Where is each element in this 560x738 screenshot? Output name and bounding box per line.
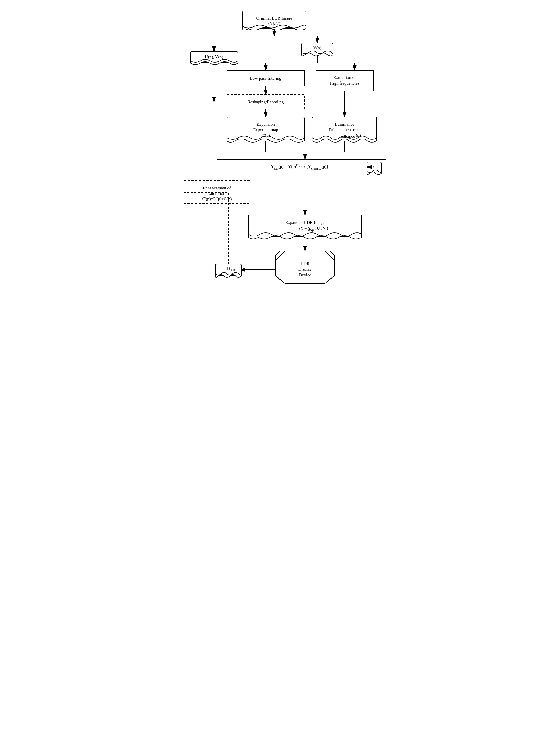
original-ldr-text: Original LDR Image: [256, 16, 292, 20]
hdr-display-node: HDR Display Device: [275, 251, 335, 284]
luminance-enh-text1: Luminance: [335, 122, 354, 126]
low-pass-node: Low pass filtering: [227, 70, 305, 86]
yp-text: Y(p): [313, 46, 321, 50]
original-ldr-yuv-text: (YUV): [268, 21, 281, 26]
reshaping-text: Reshaping/Rescaling: [247, 99, 284, 104]
dmax-subscript: max: [228, 268, 236, 272]
luminance-enh-text2: Enhancement map: [329, 127, 360, 132]
flowchart-container: Original LDR Image (YUV) U(p), V(p) Y(p)…: [171, 6, 389, 287]
enh-sat-text2: saturation: [208, 191, 225, 196]
reshaping-node: Reshaping/Rescaling: [227, 95, 305, 109]
expansion-exp-text1: Expansion: [256, 122, 275, 126]
yp-node: Y(p): [302, 43, 333, 56]
low-pass-text: Low pass filtering: [250, 76, 282, 81]
expansion-exp-text2: Exponent map: [253, 127, 278, 132]
c-label-text: c: [373, 164, 375, 169]
enh-sat-text3: C'(p)=E'(p)xC(p): [202, 197, 231, 202]
hdr-display-text1: HDR: [301, 261, 310, 266]
expanded-hdr-text1: Expanded HDR Image: [286, 220, 325, 225]
extraction-hf-node: Extraction of High frequencies: [316, 70, 373, 91]
dmax-node: D max: [215, 264, 241, 278]
luminance-enh-node: Luminance Enhancement map Y enhance (p): [312, 117, 377, 142]
uvp-text: U(p), V(p): [205, 54, 223, 59]
expanded-hdr-text3: , U', V'): [315, 226, 328, 231]
original-ldr-node: Original LDR Image (YUV): [243, 11, 306, 30]
hdr-display-text3: Device: [299, 273, 311, 277]
hdr-display-text2: Display: [299, 267, 312, 272]
formula-node: Yexp(p) = Y(p)E'(p) x [Yenhance(p)]c: [217, 159, 386, 175]
luminance-enh-paren: (p): [356, 133, 361, 138]
extraction-hf-text2: High frequencies: [330, 81, 360, 85]
uvp-node: U(p), V(p): [190, 52, 238, 65]
enh-sat-text1: Enhancement of: [203, 186, 231, 190]
expansion-exp-node: Expansion Exponent map E'(p): [227, 117, 305, 142]
expansion-exp-text3: E'(p): [261, 133, 270, 138]
extraction-hf-text1: Extraction of: [333, 75, 356, 80]
svg-rect-14: [316, 70, 373, 91]
expanded-hdr-subscript: exp: [308, 227, 314, 232]
svg-rect-26: [217, 159, 386, 175]
expanded-hdr-node: Expanded HDR Image (Y'= Y exp , U', V'): [248, 215, 362, 239]
luminance-enh-subscript: enhance: [341, 134, 355, 138]
c-label-node: c: [367, 162, 381, 175]
